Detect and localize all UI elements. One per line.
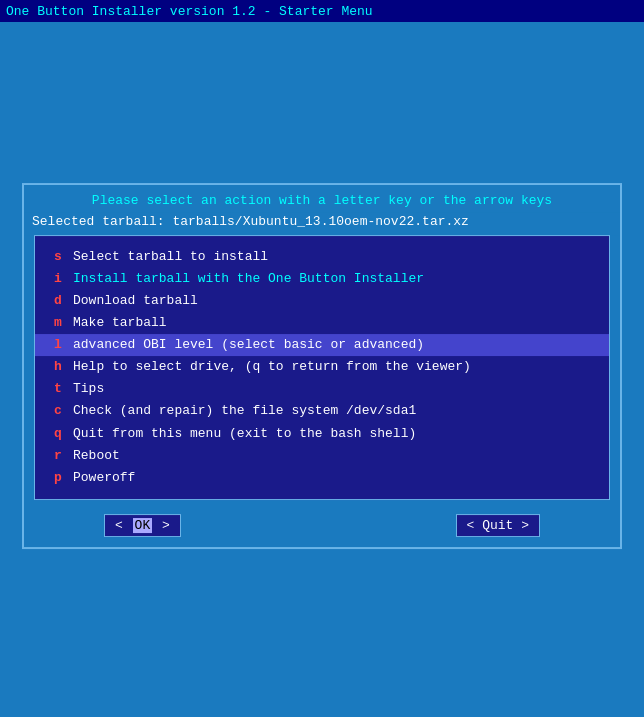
menu-text-i: Install tarball with the One Button Inst… <box>73 269 424 289</box>
menu-text-q: Quit from this menu (exit to the bash sh… <box>73 424 416 444</box>
menu-text-t: Tips <box>73 379 104 399</box>
menu-key-h: h <box>51 357 65 377</box>
menu-key-q: q <box>51 424 65 444</box>
menu-item-p[interactable]: pPoweroff <box>35 467 609 489</box>
prompt-line: Please select an action with a letter ke… <box>24 185 620 212</box>
menu-text-m: Make tarball <box>73 313 167 333</box>
prompt-text: Please select an action with a letter ke… <box>92 193 552 208</box>
title-text: One Button Installer version 1.2 - Start… <box>6 4 373 19</box>
menu-key-r: r <box>51 446 65 466</box>
menu-key-m: m <box>51 313 65 333</box>
menu-key-d: d <box>51 291 65 311</box>
menu-text-c: Check (and repair) the file system /dev/… <box>73 402 416 422</box>
menu-key-t: t <box>51 379 65 399</box>
quit-button[interactable]: < Quit > <box>456 514 540 537</box>
main-window: Please select an action with a letter ke… <box>22 183 622 550</box>
ok-button[interactable]: < OK > <box>104 514 181 537</box>
menu-text-d: Download tarball <box>73 291 198 311</box>
menu-text-h: Help to select drive, (q to return from … <box>73 357 471 377</box>
menu-text-s: Select tarball to install <box>73 247 268 267</box>
menu-text-r: Reboot <box>73 446 120 466</box>
menu-item-h[interactable]: hHelp to select drive, (q to return from… <box>35 356 609 378</box>
selected-label: Selected tarball: <box>32 214 165 229</box>
title-bar: One Button Installer version 1.2 - Start… <box>0 0 644 22</box>
menu-box: sSelect tarball to installiInstall tarba… <box>34 235 610 501</box>
menu-item-c[interactable]: cCheck (and repair) the file system /dev… <box>35 401 609 423</box>
menu-key-s: s <box>51 247 65 267</box>
menu-item-s[interactable]: sSelect tarball to install <box>35 246 609 268</box>
menu-key-p: p <box>51 468 65 488</box>
menu-text-p: Poweroff <box>73 468 135 488</box>
menu-item-q[interactable]: qQuit from this menu (exit to the bash s… <box>35 423 609 445</box>
menu-item-l[interactable]: ladvanced OBI level (select basic or adv… <box>35 334 609 356</box>
menu-key-c: c <box>51 402 65 422</box>
menu-item-r[interactable]: rReboot <box>35 445 609 467</box>
menu-item-i[interactable]: iInstall tarball with the One Button Ins… <box>35 268 609 290</box>
selected-tarball-line: Selected tarball: tarballs/Xubuntu_13.10… <box>24 212 620 235</box>
menu-item-m[interactable]: mMake tarball <box>35 312 609 334</box>
button-bar: < OK > < Quit > <box>24 508 620 547</box>
menu-item-t[interactable]: tTips <box>35 378 609 400</box>
menu-text-l: advanced OBI level (select basic or adva… <box>73 335 424 355</box>
menu-key-i: i <box>51 269 65 289</box>
menu-item-d[interactable]: dDownload tarball <box>35 290 609 312</box>
menu-key-l: l <box>51 335 65 355</box>
selected-value: tarballs/Xubuntu_13.10oem-nov22.tar.xz <box>172 214 468 229</box>
